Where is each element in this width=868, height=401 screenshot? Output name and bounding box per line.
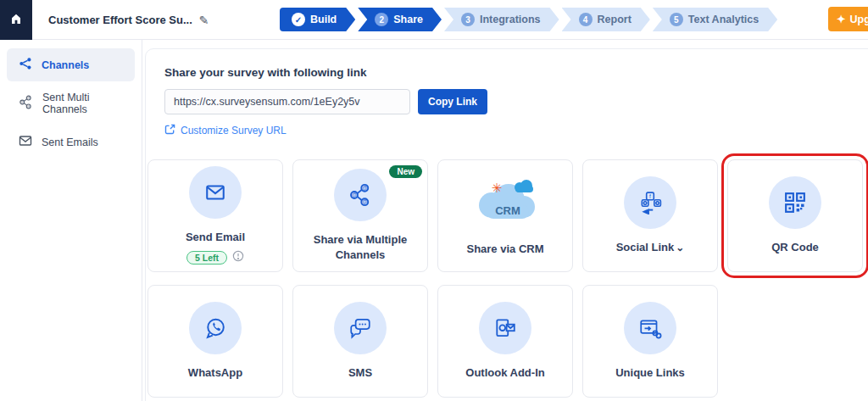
customize-survey-url-link[interactable]: Customize Survey URL	[164, 124, 287, 137]
card-share-via-crm[interactable]: CRM ✳ Share via CRM	[437, 159, 573, 272]
card-unique-links[interactable]: Unique Links	[582, 285, 718, 398]
card-outlook-addin-label: Outlook Add-In	[453, 365, 556, 381]
card-share-multiple-channels[interactable]: New @ @ @ Share via Multiple Channels	[292, 159, 428, 272]
card-social-link-label: Social Link⌄	[604, 240, 697, 255]
share-link-row: Copy Link	[164, 89, 868, 114]
envelope-icon	[19, 134, 32, 150]
tab-text-analytics[interactable]: 5 Text Analytics	[653, 8, 777, 31]
survey-title-wrap: Customer Effort Score Su... ✎	[48, 0, 209, 40]
edit-title-icon[interactable]: ✎	[199, 14, 209, 27]
svg-text:@: @	[362, 185, 368, 191]
svg-text:f: f	[649, 193, 651, 199]
card-share-multiple-channels-label: Share via Multiple Channels	[293, 232, 427, 262]
svg-text:@: @	[27, 96, 31, 100]
sidebar-item-sent-multi-channels[interactable]: @ @ @ Sent Multi Channels	[7, 83, 135, 124]
card-qr-code[interactable]: QR Code	[727, 159, 863, 272]
tab-integrations-label: Integrations	[480, 14, 541, 25]
upgrade-button[interactable]: ✦ Upg	[828, 7, 868, 31]
left-sidebar: Channels @ @ @ Sent Multi Channels Sent …	[0, 40, 142, 401]
tab-report[interactable]: 4 Report	[562, 8, 650, 31]
multi-channel-icon: @ @ @	[334, 169, 387, 221]
survey-url-input[interactable]	[164, 89, 410, 114]
card-whatsapp-label: WhatsApp	[176, 365, 254, 381]
card-share-via-crm-label: Share via CRM	[454, 242, 555, 257]
card-send-email[interactable]: Send Email 5 Left	[147, 159, 283, 272]
external-edit-icon	[164, 124, 175, 137]
svg-text:@: @	[20, 100, 24, 104]
tab-build[interactable]: ✓ Build	[280, 8, 355, 31]
sidebar-item-sent-emails[interactable]: Sent Emails	[7, 125, 135, 159]
sidebar-sent-multi-channels-label: Sent Multi Channels	[42, 92, 123, 115]
unique-links-icon	[624, 302, 676, 354]
sparkle-icon: ✦	[837, 13, 845, 25]
info-icon[interactable]	[232, 250, 244, 265]
share-link-heading: Share your survey with following link	[164, 66, 868, 79]
social-link-text: Social Link	[616, 241, 675, 253]
tab-text-analytics-label: Text Analytics	[688, 14, 759, 25]
card-outlook-addin[interactable]: Outlook Add-In	[437, 285, 573, 398]
card-social-link[interactable]: f Social Link⌄	[582, 159, 718, 272]
social-grid-icon: f	[624, 176, 676, 229]
card-unique-links-label: Unique Links	[604, 365, 697, 381]
send-email-badges: 5 Left	[186, 250, 244, 265]
build-check-icon: ✓	[292, 13, 305, 26]
text-analytics-step-number: 5	[670, 13, 683, 26]
card-whatsapp[interactable]: WhatsApp	[147, 285, 283, 398]
whatsapp-icon	[189, 302, 242, 354]
report-step-number: 4	[579, 13, 593, 26]
channel-cards-grid: Send Email 5 Left New @ @ @	[147, 159, 868, 398]
tab-share-label: Share	[393, 14, 423, 25]
upgrade-label: Upg	[849, 14, 868, 25]
home-icon	[9, 12, 23, 29]
sidebar-sent-emails-label: Sent Emails	[42, 136, 98, 148]
top-header: Customer Effort Score Su... ✎ ✓ Build 2 …	[0, 0, 868, 40]
integrations-step-number: 3	[461, 13, 475, 26]
share-nodes-icon	[19, 57, 32, 73]
survey-steps: ✓ Build 2 Share 3 Integrations 4 Report …	[280, 8, 777, 31]
card-sms[interactable]: SMS	[292, 285, 428, 398]
tab-integrations[interactable]: 3 Integrations	[444, 8, 559, 31]
svg-text:CRM: CRM	[495, 204, 520, 217]
card-send-email-label: Send Email	[174, 230, 257, 245]
new-badge: New	[389, 165, 422, 178]
channels-panel: Share your survey with following link Co…	[145, 48, 868, 401]
sidebar-channels-label: Channels	[42, 59, 89, 71]
card-sms-label: SMS	[337, 365, 384, 381]
home-button[interactable]	[0, 0, 32, 40]
chevron-down-icon: ⌄	[676, 242, 684, 253]
outlook-icon	[479, 302, 531, 354]
emails-left-badge: 5 Left	[186, 251, 227, 265]
tab-build-label: Build	[310, 14, 337, 25]
customize-link-label: Customize Survey URL	[181, 125, 287, 136]
card-qr-code-label: QR Code	[760, 240, 831, 255]
copy-link-button[interactable]: Copy Link	[418, 89, 487, 114]
svg-text:@: @	[27, 104, 31, 109]
survey-title: Customer Effort Score Su...	[48, 14, 192, 26]
svg-text:✳: ✳	[492, 181, 503, 195]
svg-text:@: @	[362, 199, 368, 205]
crm-cloud-icon: CRM ✳	[466, 175, 544, 231]
tab-share[interactable]: 2 Share	[358, 8, 442, 31]
envelope-icon	[189, 166, 242, 219]
sms-icon	[334, 302, 387, 354]
sidebar-item-channels[interactable]: Channels	[7, 48, 135, 81]
tab-report-label: Report	[598, 14, 632, 25]
svg-text:@: @	[352, 192, 358, 198]
qr-code-icon	[769, 176, 821, 229]
multi-channel-icon: @ @ @	[19, 95, 33, 112]
share-step-number: 2	[375, 13, 388, 26]
